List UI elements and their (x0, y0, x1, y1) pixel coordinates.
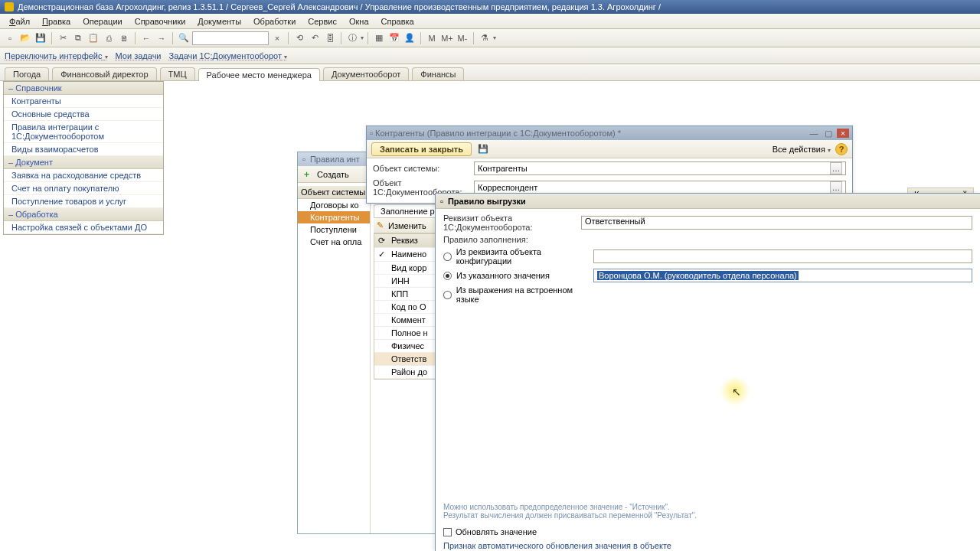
paste-icon[interactable]: 📋 (87, 31, 100, 45)
main-toolbar: ▫ 📂 💾 ✂ ⧉ 📋 ⎙ 🗎 ← → 🔍 × ⟲ ↶ 🗄 ⓘ ▾ ▦ 📅 👤 … (0, 29, 980, 47)
m-icon[interactable]: M (425, 31, 439, 45)
opt2-label: Из указанного значения (456, 271, 550, 280)
m-plus-icon[interactable]: M+ (440, 31, 454, 45)
update-label: Обновлять значение (456, 527, 537, 536)
menu-docs[interactable]: Документы (191, 17, 247, 26)
info-icon[interactable]: ⓘ (345, 31, 359, 45)
edit-button[interactable]: Изменить (388, 221, 426, 230)
window-title: Демонстрационная база Агрохолдинг, релиз… (18, 1, 661, 14)
object-tree: Объект системы Договоры ко Контрагенты П… (298, 183, 371, 533)
maximize-icon[interactable]: ▢ (822, 129, 835, 139)
sidebar-item-contragents[interactable]: Контрагенты (4, 95, 163, 108)
pencil-icon[interactable]: ✎ (377, 220, 384, 230)
top-win-icon: ▫ (440, 197, 443, 206)
opt3-label: Из выражения на встроенном языке (456, 285, 593, 304)
radio-from-expression[interactable] (443, 291, 452, 299)
sidebar-item-goods-receipt[interactable]: Поступление товаров и услуг (4, 195, 163, 208)
tab-tmc[interactable]: ТМЦ (160, 67, 195, 80)
fill-rule-label: Правило заполнения: (443, 235, 581, 244)
app-icon (5, 2, 14, 11)
menubar[interactable]: Файл Правка Операции Справочники Докумен… (0, 14, 980, 29)
sidebar-item-invoice[interactable]: Счет на оплату покупателю (4, 182, 163, 195)
menu-refs[interactable]: Справочники (129, 17, 192, 26)
save-icon[interactable]: 💾 (476, 142, 490, 156)
help-icon[interactable]: ? (835, 143, 848, 155)
save-close-button[interactable]: Записать и закрыть (371, 142, 472, 156)
back-icon[interactable]: ← (139, 31, 153, 45)
main-tabs: Погода Финансовый директор ТМЦ Рабочее м… (0, 64, 980, 81)
menu-ops[interactable]: Операции (77, 17, 128, 26)
close-icon[interactable]: × (837, 129, 849, 138)
menu-help[interactable]: Справка (375, 17, 420, 26)
radio-from-config[interactable] (443, 253, 452, 261)
sidebar-group-proc[interactable]: Обработка (4, 208, 163, 221)
all-actions-button[interactable]: Все действия ▾ (773, 145, 831, 154)
flask-icon[interactable]: ⚗ (478, 31, 492, 45)
calendar-icon[interactable]: 📅 (387, 31, 401, 45)
picker-icon[interactable]: … (830, 181, 842, 194)
grid-icon[interactable]: ▦ (372, 31, 386, 45)
radio-from-value[interactable] (443, 272, 452, 280)
tab-weather[interactable]: Погода (5, 67, 49, 80)
menu-service[interactable]: Сервис (302, 17, 343, 26)
menu-windows[interactable]: Окна (343, 17, 375, 26)
tree-item[interactable]: Договоры ко (298, 199, 370, 211)
tree-item[interactable]: Поступлени (298, 223, 370, 236)
print-icon[interactable]: ⎙ (102, 31, 116, 45)
plus-icon[interactable]: ＋ (302, 168, 311, 180)
sidebar-group-refs[interactable]: Справочник (4, 82, 163, 95)
forward-icon[interactable]: → (155, 31, 168, 45)
search-input[interactable] (192, 31, 269, 45)
workspace: Справочник Контрагенты Основные средства… (0, 81, 980, 551)
window-titlebar: Демонстрационная база Агрохолдинг, релиз… (0, 0, 980, 14)
sidebar-item-fixed-assets[interactable]: Основные средства (4, 108, 163, 121)
tab-manager-workspace[interactable]: Рабочее место менеджера (198, 68, 320, 81)
mid-win-title: Контрагенты (Правило интеграции с 1С:Док… (375, 129, 621, 138)
open-icon[interactable]: 📂 (18, 31, 32, 45)
tab-docflow[interactable]: Документооборот (323, 67, 409, 80)
refresh-icon[interactable]: ⟲ (292, 31, 306, 45)
sidebar-item-settlement-types[interactable]: Виды взаиморасчетов (4, 143, 163, 156)
tree-item[interactable]: Контрагенты (298, 211, 370, 223)
opt2-input[interactable]: Воронцова О.М. (руководитель отдела перс… (593, 269, 972, 282)
menu-file[interactable]: Файл (3, 17, 36, 26)
cut-icon[interactable]: ✂ (56, 31, 70, 45)
hist-icon[interactable]: ↶ (308, 31, 322, 45)
tab-finance[interactable]: Финансы (412, 67, 464, 80)
tree-header: Объект системы (298, 186, 370, 199)
do-tasks-link[interactable]: Задачи 1С:Документооборот ▾ (169, 51, 288, 60)
search-icon[interactable]: 🔍 (177, 31, 191, 45)
picker-icon[interactable]: … (830, 162, 842, 174)
switch-ui-link[interactable]: Переключить интерфейс ▾ (5, 51, 108, 60)
save-icon[interactable]: 💾 (34, 31, 47, 45)
menu-edit[interactable]: Правка (36, 17, 77, 26)
calc-icon[interactable]: 🗄 (323, 31, 337, 45)
requisite-input[interactable]: Ответственный (581, 216, 972, 230)
minimize-icon[interactable]: — (808, 129, 820, 138)
m-minus-icon[interactable]: M- (456, 31, 469, 45)
update-checkbox[interactable] (443, 528, 452, 536)
hint-text: Можно использовать предопределенное знач… (443, 503, 972, 520)
preview-icon[interactable]: 🗎 (117, 31, 131, 45)
user-icon[interactable]: 👤 (403, 31, 416, 45)
sidebar-item-expense-request[interactable]: Заявка на расходование средств (4, 169, 163, 182)
link-bar: Переключить интерфейс ▾ Мои задачи Задач… (0, 47, 980, 64)
tab-findir[interactable]: Финансовый директор (52, 67, 156, 80)
bg-win-icon: ▫ (302, 155, 305, 164)
sidebar-group-docs[interactable]: Документ (4, 156, 163, 169)
my-tasks-link[interactable]: Мои задачи (116, 51, 162, 60)
top-win-title: Правило выгрузки (448, 197, 526, 206)
sidebar-item-integration-rules[interactable]: Правила интеграции с 1С:Документооборото… (4, 121, 163, 143)
copy-icon[interactable]: ⧉ (71, 31, 85, 45)
mid-win-icon: ▫ (370, 129, 373, 138)
system-object-input[interactable]: Контрагенты… (474, 161, 846, 175)
clear-icon[interactable]: × (270, 31, 284, 45)
rule-edit-window: ▫ Контрагенты (Правило интеграции с 1С:Д… (366, 126, 853, 204)
new-icon[interactable]: ▫ (3, 31, 17, 45)
create-button[interactable]: Создать (317, 170, 349, 179)
refresh-icon[interactable]: ⟳ (374, 234, 388, 247)
opt1-input[interactable] (593, 249, 972, 263)
menu-proc[interactable]: Обработки (247, 17, 302, 26)
sidebar-item-do-links-setup[interactable]: Настройка связей с объектами ДО (4, 221, 163, 234)
tree-item[interactable]: Счет на опла (298, 236, 370, 248)
